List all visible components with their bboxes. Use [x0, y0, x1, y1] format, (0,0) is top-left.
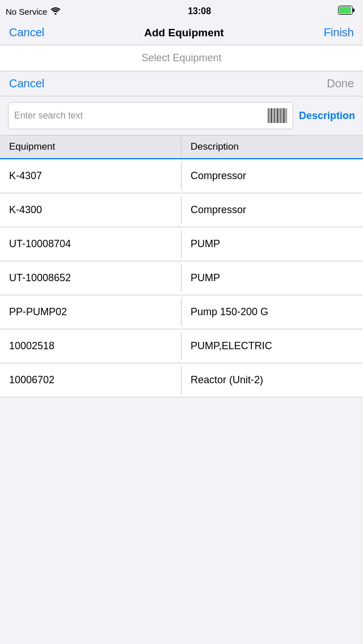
svg-rect-14 [280, 108, 281, 123]
select-equipment-text: Select Equipment [141, 52, 221, 63]
nav-finish-button[interactable]: Finish [324, 26, 354, 39]
cancel-done-bar: Cancel Done [0, 71, 363, 96]
svg-rect-18 [286, 108, 287, 123]
table-cell-equipment: K-4300 [0, 196, 182, 224]
table-header-description: Description [182, 135, 363, 158]
wifi-icon [50, 7, 61, 16]
svg-text:⚡: ⚡ [354, 9, 355, 15]
svg-rect-12 [277, 108, 278, 123]
table-row[interactable]: K-4300 Compressor [0, 193, 363, 227]
table-cell-description: Reactor (Unit-2) [182, 366, 363, 394]
cancel-button[interactable]: Cancel [9, 77, 44, 90]
table-row[interactable]: UT-10008704 PUMP [0, 227, 363, 261]
table-cell-description: Pump 150-200 G [182, 298, 363, 326]
table-cell-equipment: 10002518 [0, 332, 182, 360]
nav-cancel-button[interactable]: Cancel [9, 26, 44, 39]
svg-rect-8 [271, 108, 272, 123]
svg-rect-16 [283, 108, 285, 123]
svg-rect-11 [276, 108, 276, 123]
status-right: ⚡ [338, 6, 355, 17]
svg-rect-10 [274, 108, 275, 123]
svg-rect-15 [282, 108, 282, 123]
table-header-equipment: Equipment [0, 135, 182, 158]
search-input-wrap [8, 102, 293, 129]
table-cell-description: PUMP,ELECTRIC [182, 332, 363, 360]
description-button[interactable]: Description [299, 110, 355, 122]
status-left: No Service [6, 7, 61, 16]
done-button[interactable]: Done [327, 77, 354, 90]
select-equipment-bar: Select Equipment [0, 45, 363, 71]
nav-title: Add Equipment [144, 27, 223, 39]
table-cell-description: PUMP [182, 230, 363, 258]
svg-point-0 [55, 13, 57, 15]
search-input[interactable] [14, 111, 263, 121]
table-row[interactable]: UT-10008652 PUMP [0, 261, 363, 295]
table-cell-equipment: K-4307 [0, 162, 182, 190]
svg-rect-2 [339, 7, 351, 14]
table-body: K-4307 Compressor K-4300 Compressor UT-1… [0, 159, 363, 397]
table-row[interactable]: K-4307 Compressor [0, 159, 363, 193]
search-row: Description [0, 96, 363, 135]
table-cell-equipment: PP-PUMP02 [0, 298, 182, 326]
svg-rect-17 [285, 108, 286, 123]
table-row[interactable]: 10006702 Reactor (Unit-2) [0, 363, 363, 397]
table-cell-equipment: UT-10008704 [0, 230, 182, 258]
table-cell-equipment: UT-10008652 [0, 264, 182, 292]
carrier-text: No Service [6, 7, 47, 16]
table-row[interactable]: 10002518 PUMP,ELECTRIC [0, 329, 363, 363]
barcode-icon[interactable] [268, 106, 287, 125]
table-cell-equipment: 10006702 [0, 366, 182, 394]
table-header: Equipment Description [0, 135, 363, 159]
status-bar: No Service 13:08 ⚡ [0, 0, 363, 23]
svg-rect-9 [273, 108, 273, 123]
nav-bar: Cancel Add Equipment Finish [0, 23, 363, 45]
table-cell-description: Compressor [182, 196, 363, 224]
status-time: 13:08 [188, 6, 211, 16]
battery-icon: ⚡ [338, 6, 355, 17]
svg-rect-6 [268, 108, 269, 123]
table-cell-description: PUMP [182, 264, 363, 292]
table-row[interactable]: PP-PUMP02 Pump 150-200 G [0, 295, 363, 329]
svg-rect-7 [269, 108, 270, 123]
svg-rect-13 [279, 108, 280, 123]
table-cell-description: Compressor [182, 162, 363, 190]
